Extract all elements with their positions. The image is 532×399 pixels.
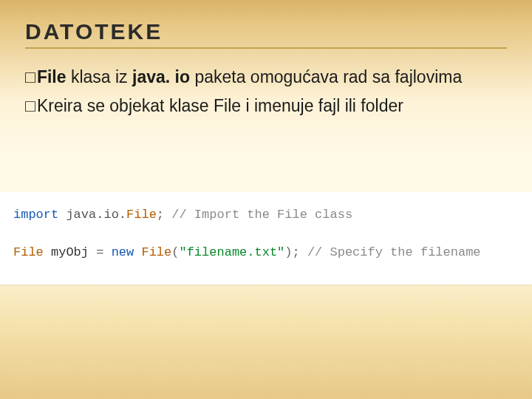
slide: DATOTEKE □File klasa iz java. io paketa … bbox=[0, 0, 532, 119]
bullet-bold2: java. io bbox=[132, 67, 190, 86]
comment: // Specify the filename bbox=[300, 245, 481, 259]
bullet-text: Kreira se objekat klase File i imenuje f… bbox=[37, 96, 403, 115]
class-name: File bbox=[141, 245, 171, 259]
paren: ( bbox=[171, 245, 179, 259]
bullet-icon: □ bbox=[25, 94, 35, 118]
variable: myObj bbox=[44, 245, 96, 259]
slide-title: DATOTEKE bbox=[25, 19, 507, 44]
blank-line bbox=[13, 225, 525, 244]
code-line: import java.io.File; // Import the File … bbox=[13, 205, 525, 225]
keyword: import bbox=[13, 208, 58, 222]
bullet-item: □Kreira se objekat klase File i imenuje … bbox=[25, 94, 507, 118]
bullet-text2: paketa omogućava rad sa fajlovima bbox=[190, 67, 462, 86]
comment: // Import the File class bbox=[171, 208, 352, 222]
operator: = bbox=[96, 245, 111, 259]
bullet-icon: □ bbox=[25, 65, 35, 89]
string-literal: "filename.txt" bbox=[179, 245, 284, 259]
bullet-item: □File klasa iz java. io paketa omogućava… bbox=[25, 65, 507, 89]
bullet-list: □File klasa iz java. io paketa omogućava… bbox=[25, 65, 507, 119]
paren: ); bbox=[284, 245, 299, 259]
class-name: File bbox=[126, 208, 157, 222]
keyword: new bbox=[112, 245, 142, 259]
package: java.io. bbox=[58, 208, 126, 222]
code-line: File myObj = new File("filename.txt"); /… bbox=[13, 243, 525, 262]
bullet-text: klasa iz bbox=[66, 67, 132, 86]
code-block: import java.io.File; // Import the File … bbox=[0, 192, 532, 284]
class-name: File bbox=[13, 245, 44, 259]
semicolon: ; bbox=[157, 208, 171, 222]
title-underline: DATOTEKE bbox=[25, 19, 507, 49]
bullet-bold: File bbox=[37, 67, 66, 86]
